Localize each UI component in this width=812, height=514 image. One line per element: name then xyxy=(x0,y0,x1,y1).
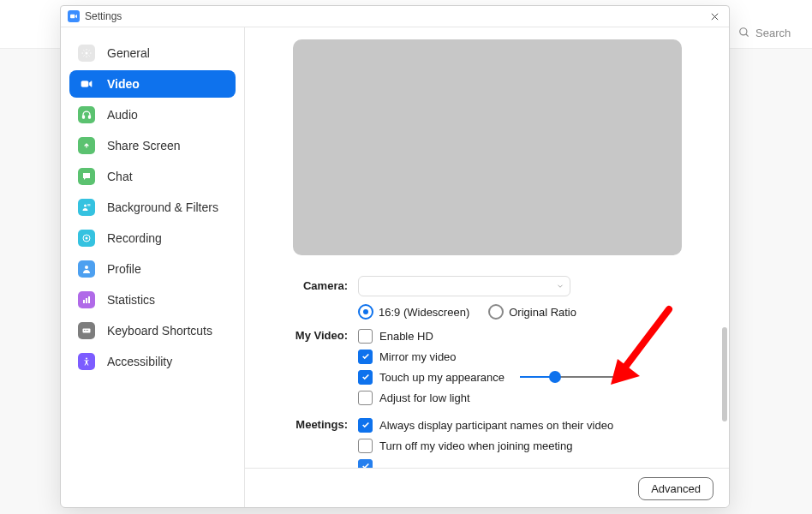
scrollbar-thumb[interactable] xyxy=(722,327,727,421)
aspect-169-label: 16:9 (Widescreen) xyxy=(379,306,469,319)
lowlight-label: Adjust for low light xyxy=(379,391,470,404)
myvideo-label: My Video: xyxy=(267,326,358,408)
video-settings-panel: Camera: 16:9 (Widescreen) Original Ratio xyxy=(245,27,729,508)
headphones-icon xyxy=(78,106,95,123)
sidebar-item-label: General xyxy=(107,46,150,60)
svg-point-22 xyxy=(86,358,87,360)
svg-rect-8 xyxy=(89,116,91,118)
zoom-logo-icon xyxy=(68,10,80,22)
myvideo-row: My Video: Enable HD Mirror my video T xyxy=(267,326,707,408)
mirror-video-checkbox[interactable] xyxy=(358,350,373,364)
always-names-label: Always display participant names on thei… xyxy=(379,419,613,432)
aspect-169-radio[interactable] xyxy=(358,304,373,320)
sidebar-item-audio[interactable]: Audio xyxy=(69,101,236,128)
touchup-checkbox[interactable] xyxy=(358,370,373,385)
share-arrow-icon xyxy=(78,137,95,154)
chat-icon xyxy=(78,168,95,185)
svg-point-13 xyxy=(86,237,88,240)
mirror-video-label: Mirror my video xyxy=(379,350,457,363)
video-settings-form: Camera: 16:9 (Widescreen) Original Ratio xyxy=(267,276,707,476)
sidebar-item-statistics[interactable]: Statistics xyxy=(69,286,236,314)
sidebar-item-label: Share Screen xyxy=(107,139,181,152)
sidebar-item-label: Profile xyxy=(107,262,141,276)
sidebar-item-label: Recording xyxy=(107,231,162,245)
svg-rect-7 xyxy=(83,116,85,118)
svg-rect-6 xyxy=(81,81,88,87)
video-icon xyxy=(78,75,95,93)
sidebar-item-recording[interactable]: Recording xyxy=(69,224,236,252)
svg-line-1 xyxy=(746,34,749,37)
svg-point-14 xyxy=(85,266,88,269)
lowlight-checkbox[interactable] xyxy=(358,391,373,405)
close-icon xyxy=(710,12,719,21)
enable-hd-label: Enable HD xyxy=(379,330,433,343)
sidebar-item-accessibility[interactable]: Accessibility xyxy=(69,348,236,375)
sidebar-item-background-filters[interactable]: Background & Filters xyxy=(69,194,236,221)
sidebar-item-label: Audio xyxy=(107,108,138,122)
svg-rect-20 xyxy=(86,330,87,331)
touchup-label: Touch up my appearance xyxy=(379,371,505,384)
svg-rect-21 xyxy=(87,330,88,331)
svg-rect-17 xyxy=(88,296,90,303)
turn-off-video-label: Turn off my video when joining meeting xyxy=(379,439,572,452)
svg-rect-15 xyxy=(83,300,85,303)
sidebar-item-label: Keyboard Shortcuts xyxy=(107,324,212,338)
aspect-original-radio[interactable] xyxy=(488,304,504,320)
turn-off-video-checkbox[interactable] xyxy=(358,439,373,453)
gear-icon xyxy=(78,45,95,62)
stats-icon xyxy=(78,291,95,308)
sidebar-item-label: Background & Filters xyxy=(107,200,218,214)
svg-point-0 xyxy=(740,28,747,35)
sidebar-item-profile[interactable]: Profile xyxy=(69,255,236,283)
sidebar-item-video[interactable]: Video xyxy=(69,70,236,98)
profile-icon xyxy=(78,260,95,278)
sidebar-item-keyboard-shortcuts[interactable]: Keyboard Shortcuts xyxy=(69,317,236,344)
accessibility-icon xyxy=(78,353,95,370)
always-names-checkbox[interactable] xyxy=(358,418,373,433)
svg-rect-16 xyxy=(86,298,87,303)
sidebar-item-general[interactable]: General xyxy=(69,39,236,67)
sidebar-item-label: Accessibility xyxy=(107,355,172,368)
aspect-original-label: Original Ratio xyxy=(509,306,576,319)
settings-sidebar: General Video Audio Share Screen xyxy=(61,27,245,508)
sidebar-item-label: Chat xyxy=(107,170,133,183)
chevron-down-icon xyxy=(556,282,564,290)
svg-rect-2 xyxy=(70,15,75,18)
camera-dropdown[interactable] xyxy=(358,276,570,296)
advanced-button[interactable]: Advanced xyxy=(638,477,713,500)
background-icon xyxy=(78,199,95,216)
camera-preview xyxy=(293,39,682,255)
window-title: Settings xyxy=(85,10,122,22)
search-icon xyxy=(738,27,750,39)
close-button[interactable] xyxy=(705,7,724,26)
sidebar-item-share-screen[interactable]: Share Screen xyxy=(69,132,236,159)
touchup-slider[interactable] xyxy=(520,369,618,385)
settings-window: Settings General Video xyxy=(60,5,730,508)
svg-point-5 xyxy=(86,52,88,55)
titlebar: Settings xyxy=(61,6,729,27)
global-search-placeholder: Search xyxy=(755,27,791,39)
keyboard-icon xyxy=(78,322,95,339)
sidebar-item-chat[interactable]: Chat xyxy=(69,163,236,190)
advanced-bar: Advanced xyxy=(245,468,729,508)
record-icon xyxy=(78,230,95,247)
svg-rect-11 xyxy=(87,204,91,206)
svg-rect-19 xyxy=(84,330,85,331)
sidebar-item-label: Video xyxy=(107,77,140,91)
enable-hd-checkbox[interactable] xyxy=(358,329,373,344)
sidebar-item-label: Statistics xyxy=(107,293,155,307)
svg-point-10 xyxy=(84,205,87,207)
camera-row: Camera: 16:9 (Widescreen) Original Ratio xyxy=(267,276,707,322)
global-search[interactable]: Search xyxy=(738,22,800,43)
camera-label: Camera: xyxy=(267,276,358,322)
